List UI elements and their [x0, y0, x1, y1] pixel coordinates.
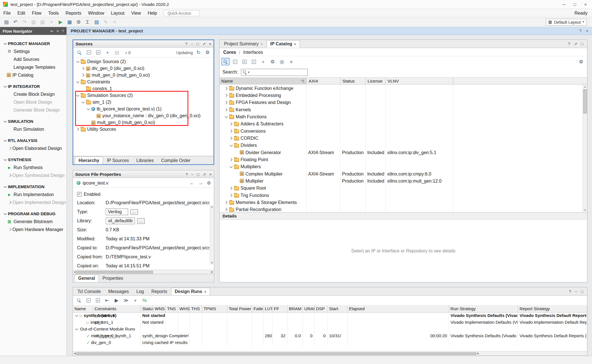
closed-icon[interactable] [81, 73, 85, 77]
maximize-icon[interactable]: □ [196, 41, 199, 46]
column-header[interactable]: Constraints [93, 305, 140, 312]
tab[interactable]: Libraries × [132, 157, 157, 164]
properties-panel-header[interactable]: Source File Properties ?−□↗× [73, 170, 214, 178]
closed-icon[interactable] [229, 186, 233, 190]
flow-nav-row[interactable]: PROJECT MANAGER [0, 39, 67, 47]
maximize-icon[interactable]: □ [581, 42, 583, 46]
closed-icon[interactable] [229, 193, 233, 197]
column-header[interactable]: Status [141, 305, 153, 312]
sum-icon[interactable]: Σ [83, 18, 92, 26]
float-icon[interactable]: ↗ [203, 172, 206, 176]
column-header-license[interactable]: License [366, 78, 386, 84]
flow-nav-row[interactable]: IMPLEMENTATION [0, 183, 67, 190]
undo-icon[interactable]: ↶ [11, 18, 19, 26]
flow-nav-row[interactable]: Open Block Design [0, 98, 67, 106]
property-value[interactable]: D:/TEMP/ipcore_test.v [106, 254, 151, 260]
property-value[interactable]: Today at 14:15:51 PM [106, 263, 150, 269]
menu-item[interactable]: Flow [28, 9, 45, 17]
column-header[interactable]: THS [189, 305, 202, 312]
expand-all-icon[interactable]: + [94, 49, 102, 56]
tab[interactable]: IP Sources × [103, 157, 133, 164]
column-header[interactable]: Elapsed [347, 305, 449, 312]
fast-forward-icon[interactable]: ≫ [122, 297, 130, 304]
back-icon[interactable]: ← [189, 180, 194, 186]
minimize-icon[interactable]: − [191, 172, 193, 176]
program-icon[interactable]: ▦ [65, 18, 74, 26]
vertical-scrollbar[interactable]: ▲ ▼ [210, 205, 214, 265]
go-to-start-icon[interactable]: ⇤ [103, 297, 111, 304]
flow-nav-row[interactable]: PROGRAM AND DEBUG [0, 210, 67, 217]
tree-row[interactable]: Utility Sources [73, 126, 213, 133]
column-header[interactable]: Total Power [227, 305, 252, 312]
open-file-icon[interactable]: ▤ [113, 49, 121, 56]
help-icon[interactable]: ? [579, 28, 582, 33]
catalog-row[interactable]: Square Root [220, 185, 587, 192]
help-icon[interactable]: ? [185, 172, 188, 176]
float-icon[interactable]: ↗ [574, 42, 577, 46]
minimize-icon[interactable]: − [575, 289, 577, 294]
open-icon[interactable] [86, 107, 90, 111]
closed-icon[interactable] [229, 129, 233, 133]
tab[interactable]: Tcl Console × [74, 288, 104, 295]
column-header[interactable]: BRAM [287, 305, 303, 312]
closed-icon[interactable] [224, 86, 229, 90]
tree-row[interactable]: sim_1 (2) [73, 99, 213, 106]
tab[interactable]: Reports × [148, 288, 171, 295]
maximize-icon[interactable]: □ [581, 289, 583, 294]
open-icon[interactable] [76, 59, 80, 64]
catalog-row[interactable]: Trig Functions [220, 192, 587, 199]
menu-item[interactable]: Edit [14, 9, 29, 17]
catalog-row[interactable]: Divider Generator AXI4-Stream Production… [220, 149, 587, 156]
catalog-row[interactable]: Dynamic Function eXchange [220, 85, 587, 92]
table-row[interactable]: synth_1 (active) constrs_1 Not started [73, 312, 587, 319]
column-header[interactable]: DSP [314, 305, 328, 312]
refresh-icon[interactable]: ↻ [194, 49, 202, 56]
column-header[interactable]: Name [73, 305, 93, 312]
sources-panel-header[interactable]: Sources ?−□↗× [73, 40, 213, 48]
menu-item[interactable]: Help [144, 9, 160, 17]
add-sources-icon[interactable]: + [103, 49, 112, 56]
ip-search-input[interactable] [250, 70, 306, 75]
tab[interactable]: Hierarchy × [75, 157, 103, 164]
tree-row[interactable]: mult_gen_0 (mult_gen_0.xci) [73, 72, 213, 79]
tab[interactable]: General × [74, 275, 99, 282]
property-value[interactable]: D:/ProgramFiles/FPGA/test_project/test_p… [106, 200, 209, 206]
column-header-axi4[interactable]: AXI4 [307, 78, 341, 84]
stop-icon[interactable]: ■ [287, 58, 295, 65]
open-icon[interactable] [76, 93, 80, 98]
catalog-row[interactable]: Partial Reconfiguration [220, 206, 587, 212]
options-icon[interactable]: ≡ [57, 29, 59, 33]
run-icon[interactable]: ▶ [56, 18, 65, 26]
open-icon[interactable] [74, 313, 79, 318]
settings-icon[interactable]: ⚙ [74, 18, 83, 26]
tree-row[interactable]: Constraints [73, 79, 213, 85]
cancel-icon[interactable]: × [111, 18, 119, 26]
flow-nav-row[interactable]: Run Simulation [0, 125, 67, 133]
open-icon[interactable] [224, 114, 229, 119]
redo-icon[interactable]: ↷ [20, 18, 28, 26]
flow-nav-row[interactable]: SIMULATION [0, 117, 67, 125]
help-icon[interactable]: ? [568, 42, 570, 46]
settings-gear-icon[interactable]: ⚙ [577, 58, 585, 65]
quick-access-box[interactable] [163, 10, 199, 16]
table-row[interactable]: Out-of-Context Module Runs [73, 326, 587, 332]
flow-nav-row[interactable]: RTL ANALYSIS [0, 136, 67, 144]
column-header[interactable]: WNS [153, 305, 165, 312]
closed-icon[interactable] [81, 66, 85, 71]
help-icon[interactable]: ? [569, 289, 571, 294]
settings-gear-icon[interactable]: ⚙ [203, 49, 211, 56]
catalog-row[interactable]: FPGA Features and Design [220, 99, 587, 106]
forward-icon[interactable]: → [198, 180, 203, 186]
property-value[interactable]: Today at 14:31:33 PM [106, 236, 150, 242]
flow-nav-row[interactable]: Generate Bitstream [0, 217, 67, 225]
catalog-row[interactable]: Dividers [220, 142, 587, 149]
flow-nav-row[interactable]: SYNTHESIS [0, 156, 67, 163]
run-icon[interactable]: ▶ [112, 297, 121, 304]
vertical-scrollbar[interactable]: ▲ ▼ [583, 85, 587, 212]
copy-icon[interactable]: ▥ [29, 18, 37, 26]
close-icon[interactable]: × [294, 42, 296, 46]
close-icon[interactable]: × [586, 28, 588, 33]
close-icon[interactable]: × [209, 41, 211, 46]
table-row[interactable]: div_gen_0 Using cached IP results [73, 339, 587, 346]
tab[interactable]: Properties × [99, 275, 127, 282]
